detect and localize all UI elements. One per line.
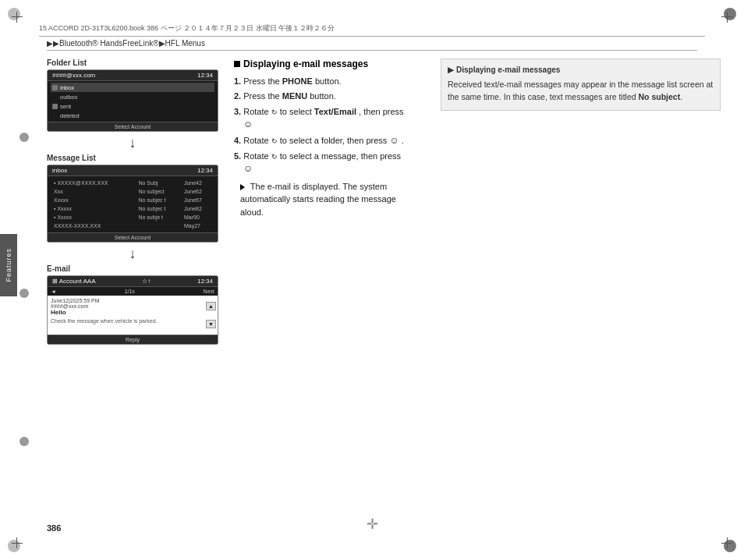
note-title-text: Displaying e-mail messages xyxy=(456,66,560,74)
email-account: ⊠ Account AAA xyxy=(52,278,95,285)
message-list-folder: inbox xyxy=(52,167,67,174)
press-icon-3: ☺ xyxy=(234,119,253,129)
list-item: 1. Press the PHONE button. xyxy=(234,76,421,87)
breadcrumb-text: ▶▶Bluetooth® HandsFreeLink®▶HFL Menus xyxy=(47,39,205,48)
crop-mark-tl xyxy=(12,12,27,27)
top-bar: 15 ACCORD 2D-31T3L6200.book 386 ページ ２０１４… xyxy=(39,23,705,37)
scroll-up-btn[interactable]: ▲ xyxy=(206,302,216,310)
rotate-icon-3: ↻ xyxy=(271,108,278,116)
email-body-text: Check the message when vehicle is parked… xyxy=(51,318,214,324)
scroll-down-btn[interactable]: ▼ xyxy=(206,320,216,328)
top-bar-text: 15 ACCORD 2D-31T3L6200.book 386 ページ ２０１４… xyxy=(39,23,335,34)
breadcrumb: ▶▶Bluetooth® HandsFreeLink®▶HFL Menus xyxy=(47,39,697,51)
side-tab-label: Features xyxy=(5,248,12,282)
folder-list-footer: Select Account xyxy=(48,122,218,131)
email-nav-row: ◄ 1/1s Next xyxy=(48,287,218,296)
rotate-icon-4: ↻ xyxy=(271,137,278,145)
crop-mark-br xyxy=(717,533,732,548)
email-next: Next xyxy=(204,289,214,294)
folder-inbox: inbox xyxy=(51,83,214,92)
email-footer: Reply xyxy=(48,335,218,344)
list-item: 4. Rotate ↻ to select a folder, then pre… xyxy=(234,134,421,147)
right-panel: ▶ Displaying e-mail messages Received te… xyxy=(441,58,721,111)
email-body: June12|2025:59 PM ####@xxx.com Hello Che… xyxy=(48,296,218,335)
side-tab-features: Features xyxy=(0,234,17,296)
email-count: 1/1s xyxy=(125,289,135,294)
list-item: 5. Rotate ↻ to select a message, then pr… xyxy=(234,151,421,175)
table-row: ▪ Xxxxx No subjec t June82 xyxy=(52,205,213,212)
arrow-down-2: ↓ xyxy=(47,246,218,261)
message-list-time: 12:34 xyxy=(197,167,213,174)
message-table: ▪ XXXXX@XXXX.XXX No Subj June42 Xxx No s… xyxy=(51,178,214,231)
email-date: June12|2025:59 PM xyxy=(51,298,214,303)
binding-circle-mid xyxy=(19,289,29,298)
email-label: E-mail xyxy=(47,264,218,273)
instruction-title: Displaying e-mail messages xyxy=(234,58,421,69)
folder-outbox: outbox xyxy=(51,92,214,101)
email-header-icons: ☆↑ xyxy=(142,278,151,285)
title-bullet xyxy=(234,61,240,67)
page-number: 386 xyxy=(47,523,61,533)
email-header: ⊠ Account AAA ☆↑ 12:34 xyxy=(48,276,218,287)
table-row: ▪ XXXXX@XXXX.XXX No Subj June42 xyxy=(52,179,213,186)
table-row: ▪ Xxxxx No subje t Mar90 xyxy=(52,214,213,221)
message-list-content: ▪ XXXXX@XXXX.XXX No Subj June42 Xxx No s… xyxy=(48,176,218,232)
message-list-footer: Select Account xyxy=(48,232,218,242)
instruction-list: 1. Press the PHONE button. 2. Press the … xyxy=(234,76,421,175)
rotate-icon-5: ↻ xyxy=(271,153,278,161)
folder-icon-inbox xyxy=(52,85,58,90)
message-list-screen: inbox 12:34 ▪ XXXXX@XXXX.XXX No Subj Jun… xyxy=(47,165,218,243)
folder-icon-sent xyxy=(52,104,58,109)
result-text: The e-mail is displayed. The system auto… xyxy=(240,182,396,217)
binding-circle-top xyxy=(19,133,29,142)
left-panel: Folder List ####@xxx.com 12:34 inbox out… xyxy=(47,58,218,348)
folder-deleted: deleted xyxy=(51,111,214,120)
folder-list-time: 12:34 xyxy=(197,72,213,79)
press-icon-5: ☺ xyxy=(234,163,253,174)
folder-list-address: ####@xxx.com xyxy=(52,72,95,79)
email-time: 12:34 xyxy=(197,278,213,285)
message-list-header: inbox 12:34 xyxy=(48,165,218,176)
table-row: XXXXX-XXXX.XXX May27 xyxy=(52,222,213,229)
bottom-cross: ✛ xyxy=(367,516,378,533)
note-title: ▶ Displaying e-mail messages xyxy=(448,66,714,74)
message-list-label: Message List xyxy=(47,154,218,162)
page-container: 15 ACCORD 2D-31T3L6200.book 386 ページ ２０１４… xyxy=(0,0,744,560)
arrow-down-1: ↓ xyxy=(47,136,218,150)
crop-mark-tr xyxy=(717,12,732,27)
table-row: Xxx No subject June62 xyxy=(52,188,213,195)
middle-panel: Displaying e-mail messages 1. Press the … xyxy=(234,58,421,218)
table-row: Xxxxx No subjec t June67 xyxy=(52,197,213,204)
list-item: 3. Rotate ↻ to select Text/Email , then … xyxy=(234,106,421,131)
email-screen: ⊠ Account AAA ☆↑ 12:34 ◄ 1/1s Next June1… xyxy=(47,275,218,345)
folder-list-screen: ####@xxx.com 12:34 inbox outbox sent xyxy=(47,69,218,132)
binding-circle-bot xyxy=(19,437,29,446)
folder-sent: sent xyxy=(51,101,214,111)
folder-list-label: Folder List xyxy=(47,58,218,67)
instruction-title-text: Displaying e-mail messages xyxy=(243,58,368,69)
triangle-bullet xyxy=(240,184,245,190)
crop-mark-bl xyxy=(12,533,27,548)
folder-list-header: ####@xxx.com 12:34 xyxy=(48,70,218,81)
note-box: ▶ Displaying e-mail messages Received te… xyxy=(441,58,721,111)
press-icon-4: ☺ xyxy=(389,135,399,146)
email-subject: Hello xyxy=(51,309,214,316)
note-body: Received text/e-mail messages may appear… xyxy=(448,79,714,104)
list-item: 2. Press the MENU button. xyxy=(234,90,421,102)
email-from: ####@xxx.com xyxy=(51,303,214,309)
result-line: The e-mail is displayed. The system auto… xyxy=(234,180,421,219)
folder-list-content: inbox outbox sent deleted xyxy=(48,81,218,122)
email-prev: ◄ xyxy=(51,289,56,294)
note-title-icon: ▶ xyxy=(448,66,454,74)
